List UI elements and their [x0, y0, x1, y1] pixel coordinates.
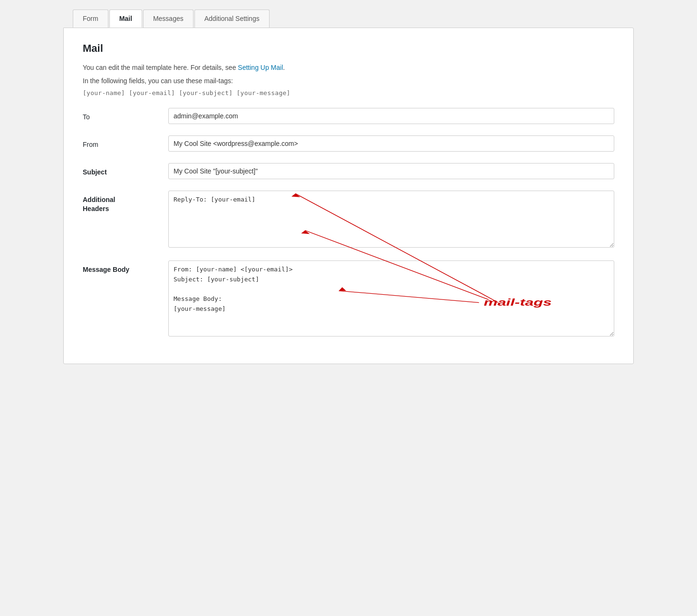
annotation-wrapper: Additional Headers Reply-To: <span class… [83, 191, 614, 338]
tab-messages[interactable]: Messages [143, 10, 194, 28]
subject-input-wrapper [168, 163, 614, 179]
tab-additional-settings[interactable]: Additional Settings [194, 10, 270, 28]
to-field-row: To [83, 108, 614, 124]
tabs-bar: Form Mail Messages Additional Settings [63, 10, 634, 28]
subject-input[interactable] [168, 163, 614, 179]
intro-line1: You can edit the mail template here. For… [83, 62, 614, 73]
subject-field-row: Subject [83, 163, 614, 179]
message-body-row: Message Body From: [your-name] <[your-em… [83, 260, 614, 338]
message-body-textarea[interactable]: From: [your-name] <[your-email]> Subject… [168, 260, 614, 337]
subject-label: Subject [83, 163, 168, 177]
panel-title: Mail [83, 42, 614, 55]
mail-tags-list: [your-name] [your-email] [your-subject] … [83, 89, 614, 96]
additional-headers-label: Additional Headers [83, 191, 168, 214]
from-label: From [83, 135, 168, 150]
to-label: To [83, 108, 168, 122]
tab-form[interactable]: Form [73, 10, 108, 28]
additional-headers-input-wrapper: Reply-To: <span class="mail-tag">[your-e… [168, 191, 614, 249]
page-wrapper: Form Mail Messages Additional Settings M… [63, 0, 634, 374]
from-field-row: From [83, 135, 614, 152]
from-input-wrapper [168, 135, 614, 152]
mail-panel: Mail You can edit the mail template here… [63, 28, 634, 364]
to-input-wrapper [168, 108, 614, 124]
intro-line2: In the following fields, you can use the… [83, 76, 614, 86]
message-body-label: Message Body [83, 260, 168, 275]
additional-headers-row: Additional Headers Reply-To: <span class… [83, 191, 614, 249]
tab-mail[interactable]: Mail [109, 10, 142, 28]
additional-headers-textarea[interactable]: Reply-To: <span class="mail-tag">[your-e… [168, 191, 614, 248]
from-input[interactable] [168, 135, 614, 152]
message-body-input-wrapper: From: [your-name] <[your-email]> Subject… [168, 260, 614, 338]
intro-suffix: . [283, 64, 285, 71]
to-input[interactable] [168, 108, 614, 124]
intro-prefix: You can edit the mail template here. For… [83, 64, 238, 71]
setting-up-mail-link[interactable]: Setting Up Mail [238, 64, 283, 71]
